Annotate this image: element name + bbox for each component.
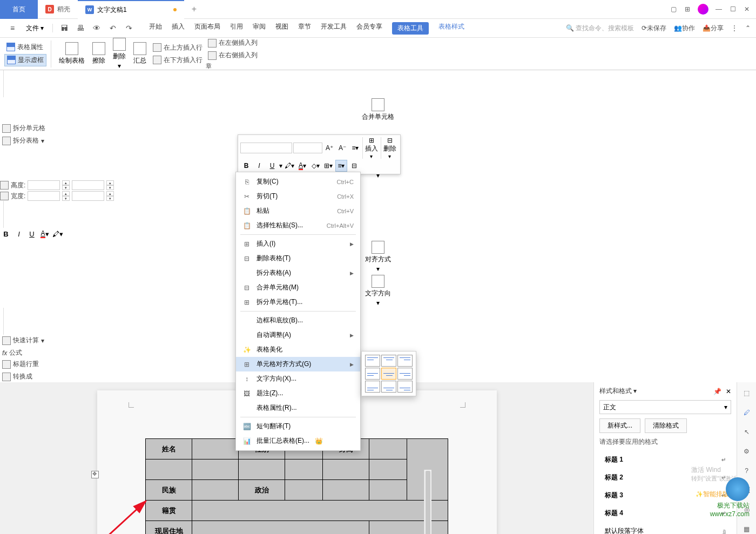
align-middle-center[interactable] xyxy=(381,368,396,380)
pin-icon[interactable]: 📌 xyxy=(713,388,721,395)
cm-translate[interactable]: 🔤短句翻译(T) xyxy=(236,419,360,434)
current-style-select[interactable]: 正文▾ xyxy=(599,400,731,414)
merge-cells-button[interactable]: 合并单元格 xyxy=(0,97,756,123)
align-bottom-left[interactable] xyxy=(365,381,380,393)
tab-add[interactable]: + xyxy=(184,0,204,19)
cm-caption[interactable]: 🖼题注(Z)... xyxy=(236,386,360,401)
insert-col-right-button[interactable]: 在右侧插入列 xyxy=(206,50,260,61)
cm-table-props[interactable]: 表格属性(R)... xyxy=(236,401,360,415)
pen-tool-icon[interactable]: 🖊 xyxy=(741,407,752,418)
print-icon[interactable]: 🖶 xyxy=(73,21,87,35)
tab-review[interactable]: 审阅 xyxy=(253,22,266,35)
cm-split-table[interactable]: 拆分表格(A)▶ xyxy=(236,266,360,280)
cm-paste[interactable]: 📋粘贴Ctrl+V xyxy=(236,204,360,218)
delete-button[interactable]: 删除▾ xyxy=(110,37,129,71)
mini-bold[interactable]: B xyxy=(240,160,252,172)
tab-start[interactable]: 开始 xyxy=(149,22,162,35)
cm-cell-align[interactable]: ⊞单元格对齐方式(G)▶ xyxy=(236,357,360,371)
redo-icon[interactable]: ↷ xyxy=(122,21,136,35)
height-input[interactable] xyxy=(28,180,60,190)
cm-merge-cells[interactable]: ⊟合并单元格(M) xyxy=(236,280,360,295)
highlight-button[interactable]: 🖍▾ xyxy=(52,228,64,240)
apps-icon[interactable]: ⊞ xyxy=(684,5,691,13)
collab-button[interactable]: 👥协作 xyxy=(674,24,695,33)
italic-button[interactable]: I xyxy=(13,228,25,240)
file-menu[interactable]: 文件 ▾ xyxy=(22,24,48,33)
summary-button[interactable]: 汇总 xyxy=(130,41,150,66)
draw-table-button[interactable]: 绘制表格 xyxy=(56,41,88,66)
mini-shrink-font[interactable]: A⁻ xyxy=(336,142,348,154)
bold-button[interactable]: B xyxy=(0,228,12,240)
cm-borders[interactable]: 边框和底纹(B)... xyxy=(236,313,360,328)
eraser-button[interactable]: 擦除 xyxy=(89,41,109,66)
table-props-button[interactable]: 表格属性 xyxy=(4,42,46,53)
mini-underline[interactable]: U xyxy=(266,160,278,172)
tab-insert[interactable]: 插入 xyxy=(172,22,185,35)
height-down[interactable]: ▾ xyxy=(62,185,70,190)
insert-row-below-button[interactable]: 在下方插入行 xyxy=(151,55,205,66)
tab-reference[interactable]: 引用 xyxy=(230,22,243,35)
cm-autofit[interactable]: 自动调整(A)▶ xyxy=(236,328,360,342)
underline-button[interactable]: U xyxy=(26,228,38,240)
menu-icon[interactable]: ≡ xyxy=(5,21,19,35)
mini-grow-font[interactable]: A⁺ xyxy=(323,142,335,154)
unsaved-button[interactable]: ⟳未保存 xyxy=(642,24,666,33)
tab-chapter[interactable]: 章节 xyxy=(298,22,311,35)
align-top-left[interactable] xyxy=(365,355,380,367)
collapse-icon[interactable]: ⌃ xyxy=(745,24,751,32)
cm-cut[interactable]: ✂剪切(T)Ctrl+X xyxy=(236,189,360,204)
mini-merge[interactable]: ⊟ xyxy=(348,160,360,172)
style-default-font[interactable]: 默认段落字体a xyxy=(599,522,731,534)
height-input-2[interactable] xyxy=(72,180,104,190)
close-button[interactable]: ✕ xyxy=(743,5,751,13)
height-up[interactable]: ▴ xyxy=(62,180,70,185)
cm-text-direction[interactable]: ↕文字方向(X)... xyxy=(236,371,360,386)
cm-beautify[interactable]: ✨表格美化 xyxy=(236,342,360,357)
layout-icon[interactable]: ▢ xyxy=(670,5,677,13)
minimize-button[interactable]: — xyxy=(715,5,723,13)
layout-tool-icon[interactable]: ▦ xyxy=(741,524,752,534)
mini-insert[interactable]: ⊞插入▾ xyxy=(362,137,380,159)
mini-linespace[interactable]: ≡▾ xyxy=(349,142,361,154)
tab-table-tools[interactable]: 表格工具 xyxy=(392,22,429,35)
font-color-button[interactable]: A▾ xyxy=(39,228,51,240)
width-input[interactable] xyxy=(28,191,60,201)
mini-size-select[interactable] xyxy=(293,143,322,153)
align-bottom-right[interactable] xyxy=(397,381,413,393)
tab-member[interactable]: 会员专享 xyxy=(356,22,382,35)
tab-table-style[interactable]: 表格样式 xyxy=(438,22,464,35)
avatar[interactable] xyxy=(698,4,708,15)
mini-border[interactable]: ⊞▾ xyxy=(322,160,334,172)
width-input-2[interactable] xyxy=(72,191,104,201)
select-icon[interactable]: ⬚ xyxy=(741,388,752,398)
cm-delete-table[interactable]: ⊟删除表格(T) xyxy=(236,251,360,266)
mini-font-select[interactable] xyxy=(240,143,292,153)
mini-delete[interactable]: ⊟删除▾ xyxy=(381,137,398,159)
panel-close-icon[interactable]: ✕ xyxy=(726,388,731,395)
help-icon[interactable]: ? xyxy=(741,465,752,476)
cm-paste-special[interactable]: 📋选择性粘贴(S)...Ctrl+Alt+V xyxy=(236,218,360,233)
insert-row-above-button[interactable]: 在上方插入行 xyxy=(151,42,205,53)
new-style-button[interactable]: 新样式... xyxy=(599,418,640,433)
tab-view[interactable]: 视图 xyxy=(275,22,288,35)
tab-daoker[interactable]: D稻壳 xyxy=(38,0,78,19)
align-middle-right[interactable] xyxy=(397,368,413,380)
resume-table[interactable]: 姓名性别身高 民族政治 籍贯 现居住地 所学专业 毕业院校 学校经历就读时间就读… xyxy=(145,438,448,534)
align-button[interactable]: 对齐方式▾ xyxy=(0,240,756,274)
cm-batch-sum[interactable]: 📊批量汇总表格(E)... 👑 xyxy=(236,434,360,448)
mini-highlight[interactable]: 🖍▾ xyxy=(284,160,295,172)
cm-copy[interactable]: ⎘复制(C)Ctrl+C xyxy=(236,174,360,189)
text-direction-button[interactable]: 文字方向▾ xyxy=(0,274,756,308)
mini-fontcolor[interactable]: A▾ xyxy=(296,160,308,172)
tab-document[interactable]: W文字文稿1 xyxy=(78,0,184,19)
preview-icon[interactable]: 👁 xyxy=(90,21,104,35)
quick-calc-button[interactable]: 快速计算▾ xyxy=(0,335,756,346)
align-bottom-center[interactable] xyxy=(381,381,396,393)
more-icon[interactable]: ⋮ xyxy=(731,24,738,32)
align-top-right[interactable] xyxy=(397,355,413,367)
clear-format-button[interactable]: 清除格式 xyxy=(645,418,687,433)
share-button[interactable]: 📤分享 xyxy=(703,24,724,33)
tab-dev[interactable]: 开发工具 xyxy=(321,22,347,35)
cm-split-cells[interactable]: ⊞拆分单元格(T)... xyxy=(236,295,360,309)
align-middle-left[interactable] xyxy=(365,368,380,380)
